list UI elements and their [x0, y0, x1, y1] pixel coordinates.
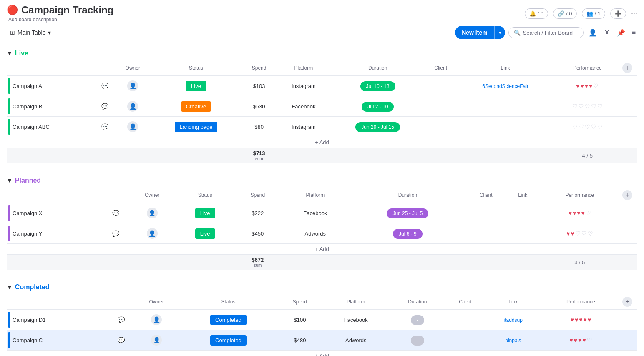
group-collapse-icon[interactable]: ▼	[7, 50, 13, 57]
duration-badge[interactable]: Jun 25 - Jul 5	[387, 208, 428, 218]
row-duration-cell: Jul 6 - 9	[350, 223, 465, 244]
more-options-button[interactable]: ···	[631, 9, 637, 18]
link-value[interactable]: itaddsup	[504, 317, 523, 323]
campaign-name: Campaign Y	[13, 231, 42, 237]
duration-badge[interactable]: Jul 6 - 9	[393, 229, 423, 239]
row-owner-cell: 👤	[134, 310, 179, 330]
add-column-button[interactable]: +	[622, 63, 632, 73]
duration-badge[interactable]: -	[411, 315, 424, 325]
row-performance-cell: ♥♥♡♡♡	[539, 223, 621, 244]
table-row: Campaign X 💬👤Live$222FacebookJun 25 - Ju…	[7, 203, 637, 223]
new-item-label: New Item	[455, 26, 494, 39]
status-badge[interactable]: Creative	[181, 101, 211, 112]
avatar[interactable]: 👤	[127, 101, 138, 112]
invite-button[interactable]: ➕	[610, 8, 626, 19]
full-heart-icon: ♥	[571, 316, 574, 323]
empty-heart-icon: ♡	[572, 103, 578, 110]
spend-value: $480	[294, 337, 306, 343]
comment-icon[interactable]: 💬	[101, 83, 108, 89]
main-table-button[interactable]: ⊞ Main Table ▾	[7, 28, 54, 38]
group-title-live[interactable]: Live	[15, 50, 28, 57]
full-heart-icon: ♥	[582, 337, 586, 343]
row-link-cell: pinpals	[486, 330, 541, 351]
empty-heart-icon: ♡	[591, 103, 596, 110]
add-row-cell[interactable]: + Add	[7, 351, 637, 356]
group-title-completed[interactable]: Completed	[15, 283, 50, 291]
top-header: 🔴 Campaign Tracking Add board descriptio…	[0, 0, 644, 23]
full-heart-icon: ♥	[580, 83, 584, 89]
board-description[interactable]: Add board description	[8, 17, 113, 23]
spend-value: $100	[294, 317, 306, 323]
duration-badge[interactable]: Jul 10 - 13	[360, 81, 395, 91]
row-duration-cell: Jun 25 - Jul 5	[350, 203, 465, 223]
status-badge[interactable]: Completed	[210, 335, 247, 346]
row-name-cell: Campaign Y	[7, 223, 102, 244]
row-client-cell	[465, 203, 507, 223]
row-status-cell: Live	[175, 203, 235, 223]
empty-heart-icon: ♡	[587, 337, 592, 343]
comment-icon[interactable]: 💬	[112, 210, 119, 216]
notify-button[interactable]: 🔔 / 0	[525, 8, 548, 19]
group-title-planned[interactable]: Planned	[15, 177, 41, 184]
col-header-spend: Spend	[242, 60, 277, 76]
avatar[interactable]: 👤	[147, 228, 158, 239]
add-column-button[interactable]: +	[622, 190, 632, 200]
row-color-bar	[8, 205, 10, 221]
comment-icon[interactable]: 💬	[118, 337, 125, 343]
avatar[interactable]: 👤	[151, 314, 162, 325]
status-badge[interactable]: Live	[186, 81, 206, 91]
eye-button[interactable]: 👁	[602, 27, 612, 38]
pin-button[interactable]: 📌	[615, 27, 627, 38]
status-badge[interactable]: Live	[195, 208, 215, 218]
search-icon: 🔍	[514, 30, 521, 36]
new-item-button[interactable]: New Item ▾	[455, 26, 505, 39]
row-name-cell: Campaign B	[7, 96, 94, 117]
table-row: Campaign C 💬👤Completed$480Adwords-pinpal…	[7, 330, 637, 351]
duration-badge[interactable]: -	[411, 336, 424, 346]
row-chat-cell: 💬	[102, 203, 129, 223]
duration-badge[interactable]: Jul 2 - 10	[362, 102, 394, 112]
table-row: Campaign ABC 💬👤Landing page$80InstagramJ…	[7, 117, 637, 137]
share-button[interactable]: 🔗 / 0	[553, 8, 576, 19]
filter-button[interactable]: ≡	[630, 27, 637, 38]
comment-icon[interactable]: 💬	[101, 103, 108, 110]
avatar[interactable]: 👤	[127, 121, 138, 132]
add-column-button[interactable]: +	[622, 297, 632, 307]
sum-mid-cell	[281, 255, 539, 270]
campaign-table-planned: OwnerStatusSpendPlatformDurationClientLi…	[7, 188, 637, 270]
header-actions: 🔔 / 0 🔗 / 0 👥 / 1 ➕ ···	[525, 8, 637, 19]
new-item-dropdown-arrow[interactable]: ▾	[495, 27, 505, 38]
row-performance-cell: ♥♥♥♥♡	[541, 330, 621, 351]
group-collapse-icon[interactable]: ▼	[7, 284, 13, 291]
campaign-name: Campaign D1	[13, 317, 46, 323]
status-badge[interactable]: Landing page	[175, 122, 218, 132]
link-value[interactable]: pinpals	[505, 338, 521, 343]
comment-icon[interactable]: 💬	[118, 316, 125, 323]
comment-icon[interactable]: 💬	[101, 123, 108, 130]
members-button[interactable]: 👥 / 1	[582, 8, 605, 19]
full-heart-icon: ♥	[569, 337, 573, 343]
row-client-cell	[445, 330, 485, 351]
row-platform-cell: Adwords	[322, 330, 390, 351]
chevron-down-icon: ▾	[48, 29, 51, 36]
avatar[interactable]: 👤	[147, 208, 158, 218]
status-badge[interactable]: Live	[195, 228, 215, 239]
status-badge[interactable]: Completed	[210, 315, 247, 325]
col-header-owner: Owner	[129, 188, 175, 203]
col-header-status: Status	[179, 294, 277, 310]
link-value[interactable]: 6SecondScienceFair	[482, 83, 528, 89]
empty-heart-icon: ♡	[585, 123, 590, 130]
row-add-cell	[621, 203, 637, 223]
search-filter[interactable]: 🔍 Search / Filter Board	[508, 27, 584, 38]
row-platform-cell: Instagram	[277, 76, 331, 96]
group-collapse-icon[interactable]: ▼	[7, 177, 13, 184]
add-row-cell[interactable]: + Add	[7, 244, 637, 255]
duration-badge[interactable]: Jun 29 - Jul 15	[355, 122, 400, 132]
person-filter-button[interactable]: 👤	[587, 27, 599, 38]
add-row-cell[interactable]: + Add	[7, 137, 637, 148]
avatar[interactable]: 👤	[151, 335, 162, 346]
row-link-cell	[457, 96, 554, 117]
avatar[interactable]: 👤	[127, 80, 138, 91]
comment-icon[interactable]: 💬	[112, 230, 119, 237]
platform-value: Facebook	[344, 317, 368, 323]
